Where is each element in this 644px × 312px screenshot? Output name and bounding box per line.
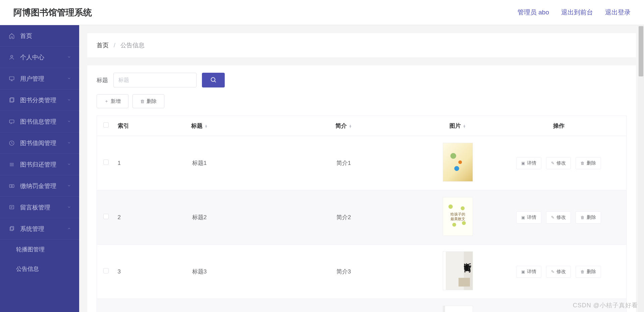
edit-icon: ✎ <box>551 269 554 274</box>
svg-point-12 <box>11 185 13 187</box>
th-summary[interactable]: 简介▲▼ <box>263 116 424 136</box>
search-row: 标题 <box>97 73 627 87</box>
sort-icon: ▲▼ <box>349 125 352 128</box>
cell-ops: ▣详情✎修改🗑删除 <box>491 190 627 245</box>
detail-button[interactable]: ▣详情 <box>516 266 541 278</box>
detail-button[interactable]: ▣详情 <box>516 157 541 169</box>
row-checkbox[interactable] <box>103 268 109 273</box>
search-icon <box>210 76 217 84</box>
sidebar-label: 用户管理 <box>20 75 64 83</box>
sidebar-label: 图书借阅管理 <box>20 139 64 147</box>
sidebar-item-3[interactable]: 图书分类管理 <box>0 89 79 111</box>
edit-icon: ✎ <box>551 215 554 220</box>
edit-button[interactable]: ✎修改 <box>546 211 571 224</box>
list-icon <box>8 161 15 168</box>
th-title[interactable]: 标题▲▼ <box>136 116 263 136</box>
table-row: 2标题2简介2给孩子的最美散文▣详情✎修改🗑删除 <box>97 190 627 245</box>
sidebar: 首页个人中心用户管理图书分类管理图书信息管理图书借阅管理图书归还管理缴纳罚金管理… <box>0 25 79 312</box>
sidebar-item-4[interactable]: 图书信息管理 <box>0 111 79 132</box>
svg-rect-6 <box>9 120 14 123</box>
clock-icon <box>8 139 15 147</box>
cell-title: 标题2 <box>136 190 263 245</box>
trash-icon: 🗑 <box>581 215 585 220</box>
book-image: 断舍离 <box>443 251 473 290</box>
sidebar-label: 首页 <box>20 32 71 40</box>
to-front-link[interactable]: 退出到前台 <box>561 8 593 17</box>
board-icon <box>8 204 15 211</box>
add-button[interactable]: ＋ 新增 <box>97 94 128 108</box>
sidebar-item-8[interactable]: 留言板管理 <box>0 197 79 218</box>
sidebar-item-9[interactable]: 系统管理 <box>0 218 79 240</box>
sidebar-item-6[interactable]: 图书归还管理 <box>0 154 79 175</box>
admin-link[interactable]: 管理员 abo <box>518 8 549 17</box>
bulk-delete-button[interactable]: 🗑 删除 <box>132 94 164 108</box>
cell-index: 4 <box>115 299 136 312</box>
svg-rect-13 <box>10 205 14 209</box>
book-image: 给孩子的最美散文 <box>443 197 473 236</box>
edit-button[interactable]: ✎修改 <box>546 266 571 278</box>
scrollbar[interactable] <box>638 26 644 312</box>
svg-rect-11 <box>9 184 14 187</box>
breadcrumb-home[interactable]: 首页 <box>97 42 109 49</box>
delete-button[interactable]: 🗑删除 <box>576 211 601 224</box>
scrollbar-thumb[interactable] <box>639 26 643 76</box>
cell-image: 给孩子的最美散文 <box>424 190 491 245</box>
search-button[interactable] <box>202 73 225 87</box>
trash-icon: 🗑 <box>581 269 585 274</box>
app-header: 阿博图书馆管理系统 管理员 abo 退出到前台 退出登录 <box>0 0 644 25</box>
book-image: 断舍离 <box>443 306 473 312</box>
chevron-down-icon <box>67 139 71 146</box>
th-index: 索引 <box>115 116 136 136</box>
delete-label: 删除 <box>147 98 157 105</box>
cell-summary: 简介4 <box>263 299 424 312</box>
table-row: 4标题4简介4断舍离▣详情✎修改🗑删除 <box>97 299 627 312</box>
detail-icon: ▣ <box>521 269 525 274</box>
row-checkbox[interactable] <box>103 160 109 165</box>
cell-image <box>424 136 491 190</box>
copy-icon <box>8 225 15 233</box>
edit-icon: ✎ <box>551 161 554 166</box>
home-icon <box>8 32 15 40</box>
table-row: 1标题1简介1▣详情✎修改🗑删除 <box>97 136 627 190</box>
chevron-down-icon <box>67 182 71 189</box>
plus-icon: ＋ <box>104 98 109 104</box>
th-image[interactable]: 图片▲▼ <box>424 116 491 136</box>
svg-rect-16 <box>10 227 13 231</box>
sidebar-label: 系统管理 <box>20 225 64 233</box>
table-row: 3标题3简介3断舍离▣详情✎修改🗑删除 <box>97 245 627 299</box>
sidebar-item-5[interactable]: 图书借阅管理 <box>0 132 79 154</box>
svg-point-0 <box>11 55 13 57</box>
logout-link[interactable]: 退出登录 <box>605 8 631 17</box>
chevron-up-icon <box>67 225 71 232</box>
sidebar-subitem-0[interactable]: 轮播图管理 <box>0 240 79 259</box>
edit-button[interactable]: ✎修改 <box>546 157 571 169</box>
sidebar-item-7[interactable]: 缴纳罚金管理 <box>0 175 79 197</box>
content-card: 标题 ＋ 新增 🗑 删除 索引 标题▲▼ <box>87 65 636 312</box>
search-label: 标题 <box>97 76 108 84</box>
delete-button[interactable]: 🗑删除 <box>576 266 601 278</box>
sidebar-item-2[interactable]: 用户管理 <box>0 68 79 89</box>
sidebar-item-1[interactable]: 个人中心 <box>0 47 79 68</box>
cell-title: 标题1 <box>136 136 263 190</box>
svg-rect-1 <box>9 77 14 80</box>
th-ops: 操作 <box>491 116 627 136</box>
cell-index: 1 <box>115 136 136 190</box>
detail-button[interactable]: ▣详情 <box>516 211 541 224</box>
row-checkbox[interactable] <box>103 214 109 219</box>
breadcrumb-sep: / <box>114 42 115 49</box>
toolbar: ＋ 新增 🗑 删除 <box>97 94 627 108</box>
sort-icon: ▲▼ <box>463 125 466 128</box>
checkbox-all[interactable] <box>103 122 109 128</box>
sidebar-subitem-1[interactable]: 公告信息 <box>0 259 79 278</box>
search-input[interactable] <box>113 73 197 87</box>
money-icon <box>8 182 15 190</box>
chevron-down-icon <box>67 161 71 168</box>
chevron-down-icon <box>67 97 71 104</box>
cell-index: 2 <box>115 190 136 245</box>
detail-icon: ▣ <box>521 215 525 220</box>
sidebar-item-0[interactable]: 首页 <box>0 25 79 47</box>
chat-icon <box>8 118 15 125</box>
header-actions: 管理员 abo 退出到前台 退出登录 <box>518 8 631 17</box>
cell-index: 3 <box>115 245 136 299</box>
delete-button[interactable]: 🗑删除 <box>576 157 601 169</box>
